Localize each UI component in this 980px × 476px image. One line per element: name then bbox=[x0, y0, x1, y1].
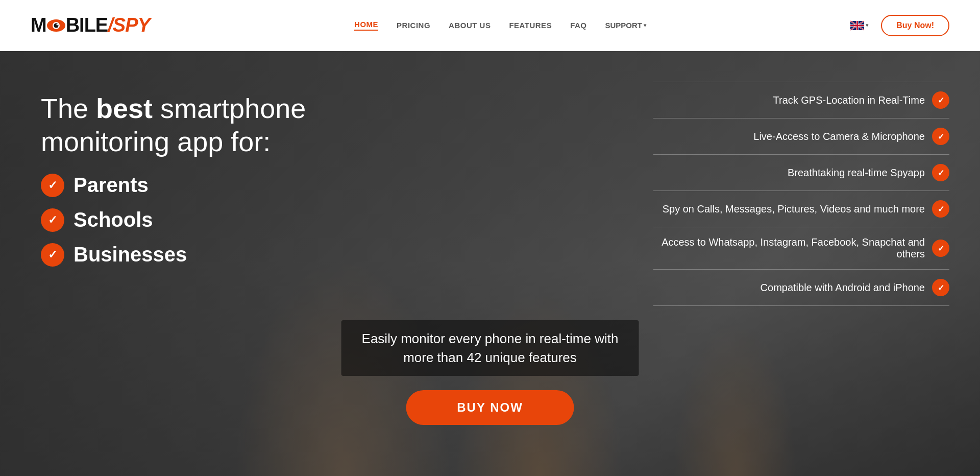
main-nav: HOME PRICING ABOUT US FEATURES FAQ SUPPO… bbox=[354, 20, 646, 31]
headline-bold: best bbox=[96, 93, 153, 124]
feature-label: Breathtaking real-time Spyapp bbox=[788, 167, 925, 179]
list-item-label: Schools bbox=[74, 208, 153, 231]
check-icon: ✓ bbox=[41, 174, 64, 197]
hero-subtext: Easily monitor every phone in real-time … bbox=[341, 320, 639, 376]
svg-point-3 bbox=[56, 23, 58, 25]
list-item: ✓ Schools bbox=[41, 208, 306, 232]
feature-label: Compatible with Android and iPhone bbox=[761, 282, 925, 294]
logo-slash-text: / bbox=[108, 14, 113, 36]
logo-eye-icon bbox=[47, 16, 65, 35]
feature-check-icon: ✓ bbox=[932, 200, 949, 218]
feature-label: Live-Access to Camera & Microphone bbox=[753, 131, 925, 142]
check-icon: ✓ bbox=[41, 243, 64, 267]
support-arrow-icon: ▾ bbox=[644, 22, 646, 28]
nav-features[interactable]: FEATURES bbox=[509, 21, 552, 30]
hero-features-list: Track GPS-Location in Real-Time ✓ Live-A… bbox=[653, 82, 949, 306]
hero-audience-list: ✓ Parents ✓ Schools ✓ Businesses bbox=[41, 174, 306, 267]
feature-label: Track GPS-Location in Real-Time bbox=[773, 94, 925, 106]
list-item: ✓ Businesses bbox=[41, 243, 306, 267]
feature-item: Access to Whatsapp, Instagram, Facebook,… bbox=[653, 227, 949, 270]
feature-check-icon: ✓ bbox=[932, 128, 949, 145]
language-selector[interactable]: ▾ bbox=[850, 19, 869, 32]
feature-label: Access to Whatsapp, Instagram, Facebook,… bbox=[653, 236, 925, 260]
header-right: ▾ Buy Now! bbox=[850, 15, 949, 36]
header: M BILE / SPY HOME PRICING ABOUT US FEATU… bbox=[0, 0, 980, 51]
nav-pricing[interactable]: PRICING bbox=[397, 21, 430, 30]
feature-check-icon: ✓ bbox=[932, 91, 949, 109]
hero-headline: The best smartphonemonitoring app for: bbox=[41, 92, 306, 158]
list-item-label: Parents bbox=[74, 174, 149, 197]
chevron-down-icon: ▾ bbox=[866, 22, 869, 29]
feature-check-icon: ✓ bbox=[932, 164, 949, 181]
feature-check-icon: ✓ bbox=[932, 240, 949, 257]
buy-now-header-button[interactable]: Buy Now! bbox=[881, 15, 949, 36]
headline-part1: The bbox=[41, 93, 96, 124]
feature-label: Spy on Calls, Messages, Pictures, Videos… bbox=[663, 203, 925, 215]
nav-about[interactable]: ABOUT US bbox=[449, 21, 491, 30]
buy-now-hero-button[interactable]: BUY NOW bbox=[406, 390, 574, 425]
nav-support[interactable]: SUPPORT ▾ bbox=[605, 21, 646, 30]
logo-mobile-text: M bbox=[31, 14, 46, 36]
logo[interactable]: M BILE / SPY bbox=[31, 14, 150, 36]
check-icon: ✓ bbox=[41, 208, 64, 232]
feature-item: Compatible with Android and iPhone ✓ bbox=[653, 270, 949, 306]
feature-item: Track GPS-Location in Real-Time ✓ bbox=[653, 82, 949, 118]
svg-point-2 bbox=[54, 23, 58, 28]
nav-home[interactable]: HOME bbox=[354, 20, 378, 31]
logo-bile-text: BILE bbox=[66, 14, 108, 36]
hero-section: The best smartphonemonitoring app for: ✓… bbox=[0, 51, 980, 476]
nav-faq[interactable]: FAQ bbox=[570, 21, 586, 30]
logo-spy-text: SPY bbox=[113, 14, 150, 36]
hero-left-content: The best smartphonemonitoring app for: ✓… bbox=[41, 92, 306, 267]
list-item-label: Businesses bbox=[74, 243, 187, 266]
feature-item: Spy on Calls, Messages, Pictures, Videos… bbox=[653, 191, 949, 227]
hero-bottom-content: Easily monitor every phone in real-time … bbox=[341, 320, 639, 425]
feature-item: Live-Access to Camera & Microphone ✓ bbox=[653, 118, 949, 155]
feature-check-icon: ✓ bbox=[932, 279, 949, 296]
feature-item: Breathtaking real-time Spyapp ✓ bbox=[653, 155, 949, 191]
list-item: ✓ Parents bbox=[41, 174, 306, 197]
